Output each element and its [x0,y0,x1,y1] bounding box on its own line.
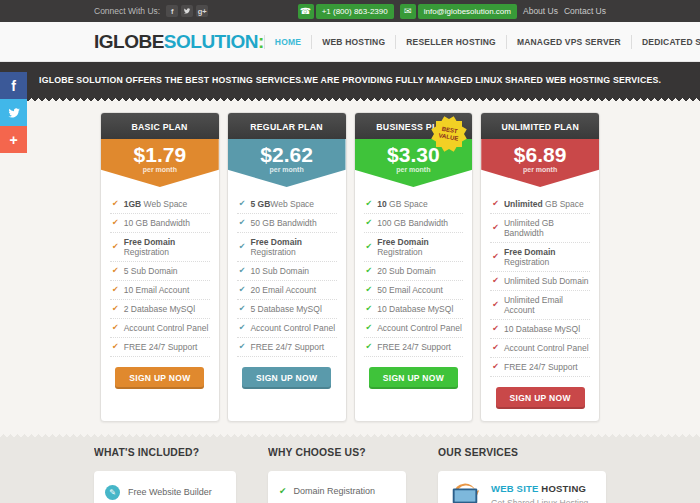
why-choose-us-column: WHY CHOOSE US? ✔Domain Registration✔Web … [268,446,406,503]
logo-text-solution: SOLUTION [164,31,258,52]
plan-feature-row: ✔10 GB Space [364,195,464,214]
check-icon: ✔ [239,286,246,294]
plan-feature-row: ✔5 Sub Domain [110,262,210,281]
check-icon: ✔ [492,224,499,232]
feature-text: 10 Database MySQl [504,324,580,334]
feature-text: 20 Sub Domain [377,266,436,276]
nav-item-web-hosting[interactable]: WEB HOSTING [311,35,395,49]
plan-feature-row: ✔FREE 24/7 Support [490,358,590,377]
plan-feature-row: ✔10 Sub Domain [237,262,337,281]
service-card-body: WEB SITE HOSTINGGet Shared Linux Hosting [491,483,588,503]
plan-name: BASIC PLAN [132,121,188,132]
included-item: ✎Free Website Builder [105,480,225,503]
plan-feature-list: ✔5 GBWeb Space✔50 GB Bandwidth✔Free Doma… [237,195,337,357]
sign-up-button[interactable]: SIGN UP NOW [115,367,204,389]
feature-text: FREE 24/7 Support [124,342,198,352]
check-icon: ✔ [112,343,119,351]
check-icon: ✔ [239,343,246,351]
feature-text: 10 Sub Domain [250,266,309,276]
plan-card-regular-plan: REGULAR PLAN$2.62per month✔5 GBWeb Space… [227,112,347,422]
plan-feature-row: ✔Unlimited Email Account [490,291,590,320]
google-plus-icon[interactable]: g+ [196,5,208,17]
plan-feature-row: ✔100 GB Bandwidth [364,214,464,233]
sign-up-button[interactable]: SIGN UP NOW [369,367,458,389]
site-header: IGLOBESOLUTION: HOMEWEB HOSTINGRESELLER … [0,22,700,62]
plan-feature-row: ✔FREE 24/7 Support [237,338,337,357]
check-icon: ✔ [492,301,499,309]
topbar: Connect With Us: fg+ ☎ +1 (800) 863-2390… [0,0,700,22]
price-period: per month [355,166,473,173]
plan-feature-row: ✔Account Control Panel [490,339,590,358]
facebook-icon[interactable]: f [0,72,27,99]
logo[interactable]: IGLOBESOLUTION: [94,31,264,53]
plan-feature-row: ✔Free Domain Registration [110,233,210,262]
plan-feature-row: ✔Free Domain Registration [490,243,590,272]
included-list: ✎Free Website Builder⊕Free Domain Regist… [105,480,225,503]
plan-price-ribbon: $2.62per month [228,139,346,187]
plan-feature-row: ✔Unlimited GB Bandwidth [490,214,590,243]
feature-text: 5 Database MySQl [250,304,321,314]
email-address: info@iglobesolution.com [418,4,517,19]
plan-feature-row: ✔Account Control Panel [237,319,337,338]
check-icon: ✔ [366,305,373,313]
our-services-title: OUR SERVICES [438,446,589,458]
plan-feature-row: ✔2 Database MySQl [110,300,210,319]
about-us-link[interactable]: About Us [523,6,558,16]
price-amount: $2.62 [228,144,346,166]
feature-text: 50 GB Bandwidth [250,218,316,228]
plan-feature-row: ✔20 Sub Domain [364,262,464,281]
check-icon: ✔ [239,243,246,251]
nav-item-managed-vps-server[interactable]: MANAGED VPS SERVER [506,35,631,49]
nav-item-reseller-hosting[interactable]: RESELLER HOSTING [395,35,506,49]
phone-badge[interactable]: ☎ +1 (800) 863-2390 [298,4,394,19]
service-subtitle: Get Shared Linux Hosting [491,498,588,503]
plan-feature-row: ✔5 GBWeb Space [237,195,337,214]
email-badge[interactable]: ✉ info@iglobesolution.com [400,4,517,19]
check-icon: ✔ [492,253,499,261]
service-card-web-site[interactable]: WEB SITE HOSTINGGet Shared Linux Hosting [438,471,606,503]
pricing-section: BASIC PLAN$1.79per month✔1GB Web Space✔1… [0,96,700,432]
sign-up-button[interactable]: SIGN UP NOW [242,367,331,389]
announcement-banner: IGLOBE SOLUTION OFFERS THE BEST HOSTING … [0,62,700,96]
plan-name: REGULAR PLAN [250,121,323,132]
price-amount: $1.79 [101,144,219,166]
contact-us-link[interactable]: Contact Us [564,6,606,16]
feature-text: 1GB Web Space [124,199,188,209]
nav-item-dedicated-server[interactable]: DEDICATED SERVER [631,35,700,49]
check-icon: ✔ [112,324,119,332]
builder-icon: ✎ [105,485,120,500]
why-choose-us-title: WHY CHOOSE US? [268,446,392,458]
plan-feature-row: ✔10 GB Bandwidth [110,214,210,233]
check-icon: ✔ [366,343,373,351]
our-services-column: OUR SERVICES WEB SITE HOSTINGGet Shared … [438,446,606,503]
feature-text: Account Control Panel [250,323,335,333]
check-icon: ✔ [112,267,119,275]
check-icon: ✔ [279,486,287,496]
feature-text: 10 Database MySQl [377,304,453,314]
feature-text: Free Domain Registration [124,237,210,257]
plan-feature-row: ✔5 Database MySQl [237,300,337,319]
share-plus-icon[interactable]: + [0,126,27,153]
feature-text: Account Control Panel [504,343,589,353]
plan-price-ribbon: $1.79per month [101,139,219,187]
check-icon: ✔ [492,277,499,285]
feature-text: 5 Sub Domain [124,266,178,276]
sign-up-button[interactable]: SIGN UP NOW [496,387,585,409]
plan-feature-row: ✔50 GB Bandwidth [237,214,337,233]
feature-text: Free Domain Registration [250,237,336,257]
feature-text: 50 Email Account [377,285,443,295]
info-section: WHAT'S INCLUDED? ✎Free Website Builder⊕F… [0,432,700,503]
feature-text: 5 GBWeb Space [250,199,314,209]
check-icon: ✔ [239,200,246,208]
plan-price-ribbon: $6.89per month [481,139,599,187]
twitter-icon[interactable] [0,99,27,126]
nav-item-home[interactable]: HOME [264,35,311,49]
twitter-icon[interactable] [181,5,193,17]
check-icon: ✔ [366,286,373,294]
check-icon: ✔ [112,243,119,251]
connect-with-us-label: Connect With Us: [94,6,160,16]
why-choose-item: ✔Domain Registration [279,480,395,501]
facebook-icon[interactable]: f [166,5,178,17]
best-value-badge: BESTVALUE [430,115,468,153]
feature-text: 10 GB Space [377,199,428,209]
